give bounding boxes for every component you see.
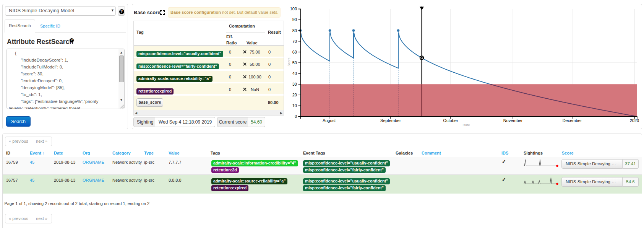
svg-text:Date: Date [462,123,470,127]
svg-text:November: November [503,118,523,123]
svg-text:40: 40 [292,71,297,76]
svg-text:100: 100 [290,7,297,11]
svg-text:30: 30 [292,82,297,86]
svg-text:80: 80 [292,28,297,33]
svg-text:0: 0 [295,114,297,119]
svg-text:20: 20 [292,93,297,97]
svg-text:10: 10 [292,103,297,108]
svg-text:August: August [323,118,336,123]
svg-text:70: 70 [292,39,297,44]
svg-text:2020: 2020 [630,118,639,123]
svg-text:September: September [380,118,401,123]
svg-text:50: 50 [292,60,297,65]
svg-text:60: 60 [292,50,297,54]
svg-text:December: December [563,118,582,123]
svg-text:Score: Score [287,57,291,67]
svg-text:90: 90 [292,17,297,22]
svg-text:October: October [443,118,458,123]
